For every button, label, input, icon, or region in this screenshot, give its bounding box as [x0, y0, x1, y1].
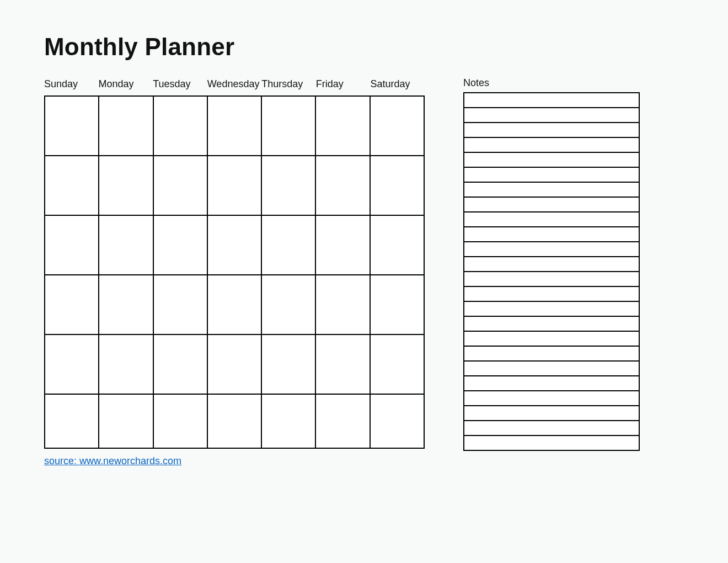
note-line[interactable] — [464, 227, 639, 242]
calendar-cell[interactable] — [99, 97, 153, 156]
calendar-cell[interactable] — [371, 156, 425, 216]
calendar-cell[interactable] — [208, 275, 262, 335]
notes-panel: Notes — [463, 77, 640, 451]
calendar-cell[interactable] — [371, 395, 425, 449]
calendar-cell[interactable] — [371, 275, 425, 335]
calendar-row — [45, 395, 425, 449]
calendar-cell[interactable] — [208, 335, 262, 395]
note-line[interactable] — [464, 362, 639, 376]
calendar-cell[interactable] — [316, 216, 370, 275]
calendar-cell[interactable] — [371, 335, 425, 395]
day-header-sunday: Sunday — [44, 77, 99, 92]
note-line[interactable] — [464, 242, 639, 257]
calendar-cell[interactable] — [154, 156, 208, 216]
calendar-cell[interactable] — [154, 275, 208, 335]
note-line[interactable] — [464, 436, 639, 451]
note-line[interactable] — [464, 347, 639, 362]
note-line[interactable] — [464, 317, 639, 332]
calendar-grid — [44, 95, 425, 449]
calendar-cell[interactable] — [208, 97, 262, 156]
calendar-cell[interactable] — [45, 395, 99, 449]
calendar-cell[interactable] — [45, 156, 99, 216]
note-line[interactable] — [464, 168, 639, 183]
calendar-cell[interactable] — [262, 97, 316, 156]
day-header-thursday: Thursday — [261, 77, 316, 92]
calendar-row — [45, 335, 425, 395]
note-line[interactable] — [464, 421, 639, 436]
calendar-cell[interactable] — [262, 275, 316, 335]
note-line[interactable] — [464, 93, 639, 108]
calendar-cell[interactable] — [154, 216, 208, 275]
note-line[interactable] — [464, 406, 639, 421]
calendar-cell[interactable] — [316, 156, 370, 216]
calendar-cell[interactable] — [45, 216, 99, 275]
calendar-cell[interactable] — [154, 395, 208, 449]
calendar-cell[interactable] — [316, 275, 370, 335]
calendar-row — [45, 97, 425, 156]
calendar-cell[interactable] — [154, 335, 208, 395]
calendar-cell[interactable] — [316, 335, 370, 395]
calendar-row — [45, 275, 425, 335]
calendar-cell[interactable] — [316, 395, 370, 449]
source-line: source: www.neworchards.com — [44, 455, 425, 467]
note-line[interactable] — [464, 123, 639, 138]
calendar: Sunday Monday Tuesday Wednesday Thursday… — [44, 77, 425, 467]
calendar-cell[interactable] — [371, 216, 425, 275]
day-header-saturday: Saturday — [370, 77, 425, 92]
note-line[interactable] — [464, 376, 639, 391]
calendar-cell[interactable] — [99, 275, 153, 335]
source-link[interactable]: source: www.neworchards.com — [44, 455, 181, 466]
note-line[interactable] — [464, 332, 639, 347]
calendar-row — [45, 216, 425, 275]
note-line[interactable] — [464, 153, 639, 168]
calendar-cell[interactable] — [208, 395, 262, 449]
calendar-cell[interactable] — [45, 335, 99, 395]
calendar-cell[interactable] — [208, 156, 262, 216]
note-line[interactable] — [464, 213, 639, 227]
calendar-cell[interactable] — [316, 97, 370, 156]
calendar-cell[interactable] — [262, 335, 316, 395]
day-header-tuesday: Tuesday — [153, 77, 207, 92]
day-header-monday: Monday — [99, 77, 153, 92]
note-line[interactable] — [464, 272, 639, 287]
calendar-cell[interactable] — [45, 97, 99, 156]
calendar-cell[interactable] — [99, 395, 153, 449]
main-layout: Sunday Monday Tuesday Wednesday Thursday… — [44, 77, 684, 467]
planner-page: Monthly Planner Sunday Monday Tuesday We… — [0, 0, 728, 489]
note-line[interactable] — [464, 138, 639, 153]
note-line[interactable] — [464, 391, 639, 406]
note-line[interactable] — [464, 183, 639, 198]
day-headers: Sunday Monday Tuesday Wednesday Thursday… — [44, 77, 425, 92]
calendar-row — [45, 156, 425, 216]
calendar-cell[interactable] — [45, 275, 99, 335]
calendar-cell[interactable] — [154, 97, 208, 156]
note-line[interactable] — [464, 287, 639, 302]
day-header-friday: Friday — [316, 77, 371, 92]
notes-box — [463, 92, 640, 451]
calendar-cell[interactable] — [371, 97, 425, 156]
calendar-cell[interactable] — [262, 216, 316, 275]
note-line[interactable] — [464, 257, 639, 272]
calendar-cell[interactable] — [99, 216, 153, 275]
calendar-cell[interactable] — [99, 156, 153, 216]
calendar-cell[interactable] — [262, 395, 316, 449]
calendar-cell[interactable] — [99, 335, 153, 395]
calendar-cell[interactable] — [262, 156, 316, 216]
day-header-wednesday: Wednesday — [207, 77, 262, 92]
calendar-cell[interactable] — [208, 216, 262, 275]
notes-title: Notes — [463, 77, 640, 89]
note-line[interactable] — [464, 302, 639, 317]
page-title: Monthly Planner — [44, 33, 684, 61]
note-line[interactable] — [464, 198, 639, 213]
note-line[interactable] — [464, 108, 639, 123]
